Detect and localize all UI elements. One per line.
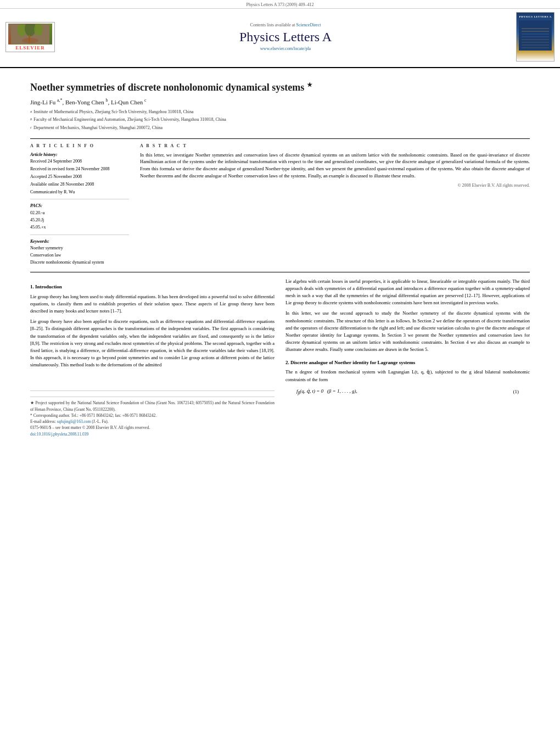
section1-title: 1. Introduction: [30, 283, 275, 291]
received-date: Received 24 September 2008: [30, 158, 129, 165]
pacs-section: PACS: 02.20.-a 45.20.Jj 45.05.+x: [30, 203, 129, 231]
elsevier-logo: ELSEVIER: [5, 22, 55, 52]
affil-a-text: Institute of Mathematical Physics, Zheji…: [33, 109, 193, 117]
abstract-label: A B S T R A C T: [140, 143, 530, 148]
star-note: ★: [307, 81, 312, 88]
section1-right-para2: In this letter, we use the second approa…: [285, 310, 530, 353]
contents-available-line: Contents lists available at ScienceDirec…: [66, 23, 505, 27]
affil-c-text: Department of Mechanics, Shanghai Univer…: [33, 125, 163, 133]
available-date: Available online 28 November 2008: [30, 181, 129, 188]
keywords-section: Keywords: Noether symmetry Conservation …: [30, 238, 129, 266]
doi-line: doi:10.1016/j.physleta.2008.11.039: [30, 431, 275, 437]
project-note: ★ Project supported by the National Natu…: [30, 400, 275, 412]
body-content: 1. Introduction Lie group theory has lon…: [30, 278, 530, 437]
info-divider-2: [30, 235, 129, 235]
section2-title: 2. Discrete analogue of Noether identity…: [285, 359, 530, 367]
footer-star-note: ★ Project supported by the National Natu…: [30, 397, 275, 437]
body-right-column: Lie algebra with certain losses in usefu…: [285, 278, 530, 437]
keyword-1: Noether symmetry: [30, 245, 129, 252]
affil-b-text: Faculty of Mechanical Engineering and Au…: [33, 116, 226, 125]
sciencedirect-link[interactable]: ScienceDirect: [296, 23, 321, 27]
affiliation-b: b Faculty of Mechanical Engineering and …: [30, 116, 530, 125]
affiliation-a: a Institute of Mathematical Physics, Zhe…: [30, 109, 530, 117]
affiliation-c: c Department of Mechanics, Shanghai Univ…: [30, 125, 530, 133]
section2-para1: The n degree of freedom mechanical syste…: [285, 369, 530, 383]
pacs-item-2: 45.20.Jj: [30, 217, 129, 224]
body-left-column: 1. Introduction Lie group theory has lon…: [30, 278, 275, 437]
keyword-2: Conservation law: [30, 252, 129, 259]
revised-date: Received in revised form 24 November 200…: [30, 166, 129, 173]
section1-para2: Lie group theory have also been applied …: [30, 318, 275, 369]
email-address: sqfujingli@163.com: [57, 419, 91, 424]
equation-1-text: fβ(q, q̇, t) = 0 (β = 1, . . . , g),: [296, 388, 357, 396]
email-note: E-mail address: sqfujingli@163.com (J.-L…: [30, 419, 275, 425]
journal-center: Contents lists available at ScienceDirec…: [55, 23, 516, 51]
footer-divider: [30, 390, 275, 391]
article-info-label: A R T I C L E I N F O: [30, 143, 129, 148]
info-divider-1: [30, 199, 129, 199]
main-section-divider: [30, 272, 530, 272]
footer-notes: ★ Project supported by the National Natu…: [30, 390, 275, 437]
elsevier-tree-image: [8, 24, 52, 44]
journal-header: Physics Letters A 373 (2009) 409–412 ELS…: [0, 0, 560, 68]
page-content: Noether symmetries of discrete nonholono…: [0, 68, 560, 448]
keyword-3: Discrete nonholonomic dynamical system: [30, 259, 129, 266]
svg-point-5: [22, 38, 38, 43]
journal-banner: ELSEVIER Contents lists available at Sci…: [0, 9, 560, 65]
issn-line: 0375-9601/$ – see front matter © 2008 El…: [30, 425, 275, 431]
copyright-line: © 2008 Elsevier B.V. All rights reserved…: [140, 183, 530, 188]
cover-journal-label: PHYSICS LETTERS A: [519, 15, 551, 18]
article-info-column: A R T I C L E I N F O Article history: R…: [30, 143, 129, 266]
journal-citation: Physics Letters A 373 (2009) 409–412: [247, 2, 314, 7]
communicated-by: Communicated by R. Wu: [30, 189, 129, 196]
accepted-date: Accepted 25 November 2008: [30, 174, 129, 181]
svg-rect-6: [519, 20, 552, 51]
journal-cover-image: PHYSICS LETTERS A: [516, 12, 555, 62]
authors-line: Jing-Li Fu a,*, Ben-Yong Chen b, Li-Qun …: [30, 98, 530, 105]
abstract-text: In this letter, we investigate Noether s…: [140, 152, 530, 180]
article-history: Article history: Received 24 September 2…: [30, 152, 129, 196]
email-person: (J.-L. Fu).: [92, 419, 108, 424]
journal-title: Physics Letters A: [66, 30, 505, 44]
equation-1-number: (1): [513, 388, 519, 396]
pacs-item-3: 45.05.+x: [30, 224, 129, 231]
journal-url: www.elsevier.com/locate/pla: [66, 46, 505, 51]
affiliations: a Institute of Mathematical Physics, Zhe…: [30, 109, 530, 133]
section1-para1: Lie group theory has long been used to s…: [30, 293, 275, 315]
pacs-item-1: 02.20.-a: [30, 210, 129, 217]
journal-top-bar: Physics Letters A 373 (2009) 409–412: [0, 0, 560, 9]
elsevier-brand-text: ELSEVIER: [15, 45, 45, 51]
corresponding-note: * Corresponding author. Tel.: +86 0571 8…: [30, 412, 275, 419]
abstract-column: A B S T R A C T In this letter, we inves…: [140, 143, 530, 266]
email-label: E-mail address:: [30, 419, 56, 424]
section1-right-para1: Lie algebra with certain losses in usefu…: [285, 278, 530, 307]
article-title: Noether symmetries of discrete nonholono…: [30, 81, 530, 93]
article-info-abstract: A R T I C L E I N F O Article history: R…: [30, 138, 530, 266]
svg-point-3: [34, 24, 43, 36]
equation-1-block: fβ(q, q̇, t) = 0 (β = 1, . . . , g), (1): [296, 388, 519, 396]
